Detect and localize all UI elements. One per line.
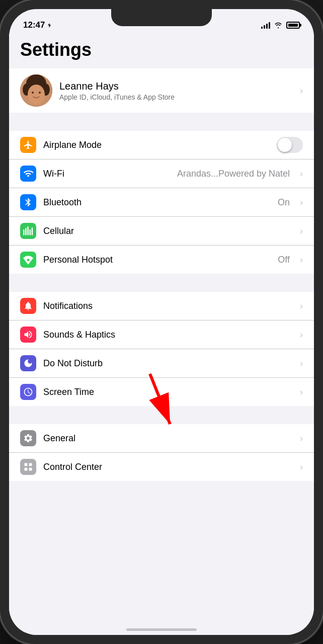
- wifi-chevron: ›: [300, 169, 303, 179]
- sounds-row[interactable]: Sounds & Haptics ›: [9, 320, 314, 349]
- hotspot-label: Personal Hotspot: [43, 255, 271, 265]
- general-gear-icon: [23, 433, 33, 443]
- avatar: [20, 74, 52, 107]
- cellular-label: Cellular: [43, 226, 293, 236]
- cellular-icon: [23, 226, 33, 236]
- wifi-value: Arandas...Powered by Natel: [177, 169, 290, 179]
- svg-point-5: [28, 85, 45, 105]
- notifications-group: Notifications › Sounds & Haptics ›: [9, 292, 314, 406]
- hotspot-value: Off: [278, 255, 290, 265]
- control-center-row[interactable]: Control Center ›: [9, 453, 314, 481]
- hotspot-icon: [23, 255, 33, 265]
- dnd-chevron: ›: [300, 358, 303, 369]
- sounds-chevron: ›: [300, 330, 303, 340]
- phone-frame: 12:47: [0, 0, 323, 644]
- bluetooth-chevron: ›: [300, 197, 303, 208]
- status-icons: [261, 22, 300, 29]
- cellular-row[interactable]: Cellular ›: [9, 217, 314, 246]
- notifications-row[interactable]: Notifications ›: [9, 292, 314, 320]
- profile-chevron: ›: [300, 86, 303, 96]
- profile-row[interactable]: Leanne Hays Apple ID, iCloud, iTunes & A…: [9, 68, 314, 113]
- airplane-mode-toggle[interactable]: [277, 137, 303, 153]
- home-indicator: [126, 628, 197, 631]
- battery-icon: [286, 22, 300, 29]
- avatar-image: [20, 74, 52, 107]
- general-icon-wrap: [20, 430, 36, 446]
- sounds-label: Sounds & Haptics: [43, 330, 293, 340]
- screen-time-label: Screen Time: [43, 387, 293, 397]
- control-center-chevron: ›: [300, 462, 303, 472]
- svg-rect-13: [29, 468, 32, 471]
- bottom-padding: [9, 481, 314, 511]
- connectivity-group: Airplane Mode Wi-Fi Arandas...Powered by…: [9, 131, 314, 274]
- settings-scroll[interactable]: Settings: [9, 34, 314, 635]
- screen-time-row[interactable]: Screen Time ›: [9, 378, 314, 406]
- svg-point-7: [39, 92, 41, 94]
- gap-1: [9, 113, 314, 131]
- profile-section: Leanne Hays Apple ID, iCloud, iTunes & A…: [9, 68, 314, 113]
- bluetooth-icon: [23, 197, 33, 207]
- toggle-knob: [278, 138, 292, 152]
- bluetooth-row[interactable]: Bluetooth On ›: [9, 188, 314, 217]
- gap-3: [9, 406, 314, 424]
- dnd-icon: [23, 358, 33, 368]
- location-icon: [47, 23, 52, 28]
- profile-name: Leanne Hays: [59, 80, 293, 92]
- general-group: General › Control Center ›: [9, 424, 314, 481]
- control-center-label: Control Center: [43, 462, 293, 472]
- screen-time-icon: [23, 387, 33, 397]
- dnd-row[interactable]: Do Not Disturb ›: [9, 349, 314, 378]
- control-center-icon: [23, 462, 33, 472]
- control-center-icon-wrap: [20, 459, 36, 475]
- svg-rect-10: [25, 463, 28, 466]
- phone-screen: 12:47: [9, 9, 314, 635]
- airplane-mode-icon-wrap: [20, 137, 36, 153]
- notifications-chevron: ›: [300, 301, 303, 311]
- sounds-icon-wrap: [20, 327, 36, 343]
- airplane-icon: [23, 140, 33, 150]
- cellular-chevron: ›: [300, 226, 303, 236]
- screen-time-icon-wrap: [20, 384, 36, 400]
- bluetooth-label: Bluetooth: [43, 197, 271, 208]
- gap-2: [9, 274, 314, 292]
- hotspot-row[interactable]: Personal Hotspot Off ›: [9, 246, 314, 274]
- profile-subtitle: Apple ID, iCloud, iTunes & App Store: [59, 93, 293, 101]
- svg-point-6: [32, 92, 34, 94]
- sounds-icon: [23, 330, 33, 340]
- wifi-icon: [274, 22, 283, 29]
- airplane-mode-row[interactable]: Airplane Mode: [9, 131, 314, 159]
- bluetooth-value: On: [278, 197, 290, 208]
- notifications-label: Notifications: [43, 301, 293, 311]
- status-time: 12:47: [23, 20, 52, 30]
- screen-time-chevron: ›: [300, 387, 303, 397]
- svg-rect-12: [29, 463, 32, 466]
- bluetooth-icon-wrap: [20, 194, 36, 210]
- wifi-setting-icon: [23, 169, 33, 179]
- dnd-label: Do Not Disturb: [43, 358, 293, 369]
- notifications-icon: [23, 301, 33, 311]
- dnd-icon-wrap: [20, 355, 36, 371]
- profile-info: Leanne Hays Apple ID, iCloud, iTunes & A…: [59, 80, 293, 101]
- hotspot-icon-wrap: [20, 252, 36, 268]
- wifi-label: Wi-Fi: [43, 169, 170, 179]
- general-row[interactable]: General ›: [9, 424, 314, 453]
- wifi-row[interactable]: Wi-Fi Arandas...Powered by Natel ›: [9, 159, 314, 188]
- svg-rect-11: [25, 468, 28, 471]
- notifications-icon-wrap: [20, 298, 36, 314]
- general-label: General: [43, 433, 293, 444]
- cellular-icon-wrap: [20, 223, 36, 239]
- hotspot-chevron: ›: [300, 255, 303, 265]
- wifi-setting-icon-wrap: [20, 166, 36, 182]
- general-chevron: ›: [300, 433, 303, 444]
- signal-icon: [261, 22, 270, 29]
- notch: [111, 9, 212, 26]
- airplane-mode-label: Airplane Mode: [43, 140, 270, 150]
- page-title: Settings: [9, 34, 314, 68]
- time-display: 12:47: [23, 20, 45, 30]
